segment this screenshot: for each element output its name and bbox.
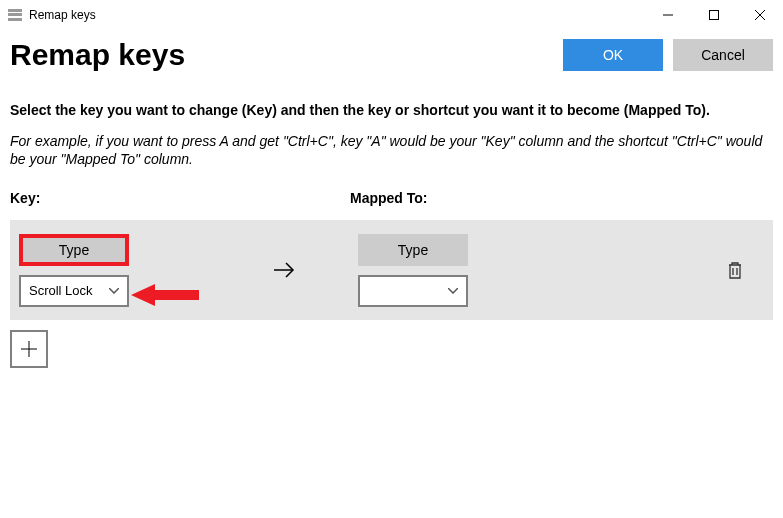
trash-icon[interactable] [727, 261, 743, 279]
chevron-down-icon [109, 288, 119, 294]
instruction-example: For example, if you want to press A and … [10, 132, 773, 168]
ok-button[interactable]: OK [563, 39, 663, 71]
mapped-cell: Type [358, 234, 558, 307]
content-area: Remap keys OK Cancel Select the key you … [0, 30, 783, 376]
arrow-right-icon [272, 260, 296, 280]
key-cell: Type Scroll Lock [10, 234, 210, 307]
delete-cell [558, 261, 773, 279]
key-dropdown-value: Scroll Lock [29, 283, 109, 298]
column-mapped-label: Mapped To: [350, 190, 773, 206]
close-button[interactable] [737, 0, 783, 30]
header-row: Remap keys OK Cancel [10, 38, 773, 72]
column-key-label: Key: [10, 190, 350, 206]
window-title: Remap keys [29, 8, 645, 22]
svg-rect-1 [710, 11, 719, 20]
key-type-button[interactable]: Type [19, 234, 129, 266]
add-row-area [10, 330, 773, 368]
app-icon [8, 9, 22, 21]
chevron-down-icon [448, 288, 458, 294]
add-button[interactable] [10, 330, 48, 368]
arrow-cell [210, 260, 358, 280]
header-buttons: OK Cancel [563, 39, 773, 71]
instruction-main: Select the key you want to change (Key) … [10, 102, 773, 118]
mapped-dropdown[interactable] [358, 275, 468, 307]
columns-header: Key: Mapped To: [10, 190, 773, 206]
mapped-type-button[interactable]: Type [358, 234, 468, 266]
minimize-icon [663, 10, 673, 20]
mapping-row: Type Scroll Lock Type [10, 220, 773, 320]
close-icon [755, 10, 765, 20]
minimize-button[interactable] [645, 0, 691, 30]
page-title: Remap keys [10, 38, 185, 72]
maximize-button[interactable] [691, 0, 737, 30]
titlebar: Remap keys [0, 0, 783, 30]
maximize-icon [709, 10, 719, 20]
cancel-button[interactable]: Cancel [673, 39, 773, 71]
key-dropdown[interactable]: Scroll Lock [19, 275, 129, 307]
plus-icon [20, 340, 38, 358]
titlebar-buttons [645, 0, 783, 30]
